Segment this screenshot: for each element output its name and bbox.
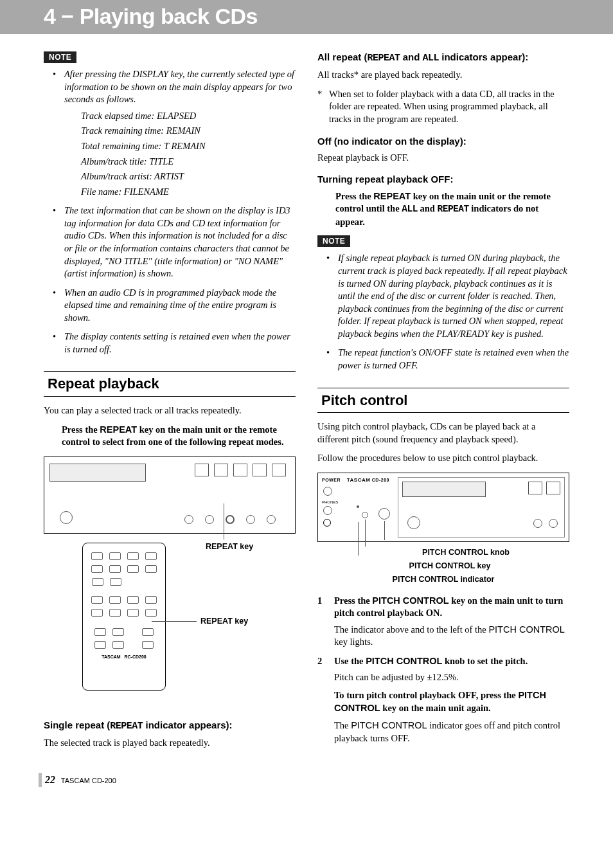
t: REPEAT (110, 721, 143, 732)
t: ALL (423, 53, 440, 64)
phones-jack (323, 519, 331, 527)
panel-button (233, 464, 247, 476)
mode-line: File name: FILENAME (81, 186, 296, 199)
callout-line (384, 521, 385, 540)
panel-knob (246, 515, 255, 524)
note-item: After pressing the DISPLAY key, the curr… (55, 68, 296, 198)
callout-line (152, 621, 197, 622)
mode-line: Album/track artist: ARTIST (81, 170, 296, 183)
t: PITCH CONTROL (366, 656, 442, 666)
t: To turn pitch control playback OFF, pres… (334, 690, 518, 700)
note-item: The repeat function's ON/OFF state is re… (329, 347, 569, 372)
left-column: NOTE After pressing the DISPLAY key, the… (44, 51, 296, 756)
all-repeat-text: All tracks* are played back repeatedly. (317, 69, 569, 82)
t: and (400, 51, 423, 62)
t: REPEAT (368, 53, 400, 64)
repeat-key-callout-remote: REPEAT key (200, 616, 248, 627)
heading-repeat-playback: Repeat playback (44, 371, 296, 397)
repeat-press: Press the REPEAT key on the main unit or… (62, 424, 296, 449)
t: The indicator above and to the left of t… (334, 624, 488, 635)
mode-line: Total remaining time: T REMAIN (81, 140, 296, 153)
panel-knob (184, 515, 193, 524)
mode-line: Track remaining time: REMAIN (81, 125, 296, 138)
pitch-indicator (357, 505, 359, 508)
callout-knob: PITCH CONTROL knob (317, 546, 569, 559)
panel-button (253, 464, 267, 476)
t: Press the (62, 424, 100, 435)
note-item: The display contents setting is retained… (55, 330, 296, 356)
panel-knob (533, 519, 542, 528)
t: REPEAT (373, 191, 411, 201)
t: ALL (402, 204, 418, 214)
pitch-panel-left: POWER TASCAM CD-200 PHONES (322, 477, 399, 538)
footnote: When set to folder playback with a data … (317, 88, 569, 126)
t: Pitch can be adjusted by ±12.5%. (334, 671, 569, 684)
pitch-panel-right (398, 477, 565, 538)
phones-knob (323, 506, 332, 515)
single-repeat-heading: Single repeat (REPEAT indicator appears)… (44, 719, 296, 733)
t: indicator appears): (143, 719, 232, 730)
note-item: When an audio CD is in programmed playba… (55, 287, 296, 325)
t: and (418, 203, 438, 213)
callout-key: PITCH CONTROL key (317, 559, 569, 573)
step-1: Press the PITCH CONTROL key on the main … (317, 595, 569, 649)
t: Press the (335, 191, 373, 201)
panel-knob (549, 519, 558, 528)
t: REPEAT (100, 424, 137, 435)
pitch-steps: Press the PITCH CONTROL key on the main … (317, 595, 569, 745)
mode-line: Track elapsed time: ELAPSED (81, 110, 296, 123)
t: indicators appear): (439, 51, 528, 62)
callout-line (365, 520, 366, 547)
panel-button (528, 482, 542, 494)
panel-button (195, 464, 209, 476)
t: PITCH CONTROL (488, 624, 564, 635)
turning-off-text: Press the REPEAT key on the main unit or… (335, 190, 569, 229)
panel-knob (226, 515, 235, 524)
panel-phones (60, 511, 73, 524)
panel-button (214, 464, 228, 476)
front-panel-figure (44, 457, 296, 534)
panel-transport-row (195, 464, 286, 476)
t: key on the main unit again. (380, 703, 491, 713)
single-repeat-text: The selected track is played back repeat… (44, 737, 296, 750)
section-banner: 4 − Playing back CDs (0, 0, 613, 34)
repeat-intro: You can play a selected track or all tra… (44, 404, 296, 417)
note-label: NOTE (317, 235, 350, 247)
footer-accent (39, 773, 42, 787)
note-list-1: After pressing the DISPLAY key, the curr… (44, 68, 296, 356)
display-modes-list: Track elapsed time: ELAPSED Track remain… (72, 110, 296, 198)
panel-display (402, 482, 486, 497)
t: PITCH CONTROL (372, 595, 449, 606)
step-2: Use the PITCH CONTROL knob to set the pi… (317, 655, 569, 745)
callout-line (224, 503, 224, 539)
callout-line (358, 522, 359, 556)
panel-button (272, 464, 286, 476)
page-number: 22 (45, 774, 55, 785)
turning-off-heading: Turning repeat playback OFF: (317, 173, 569, 186)
t: The (334, 720, 351, 730)
note-list-2: If single repeat playback is turned ON d… (317, 252, 569, 372)
t: REPEAT (438, 204, 469, 214)
pitch-figure: POWER TASCAM CD-200 PHONES (317, 473, 569, 542)
t: All repeat ( (317, 51, 368, 62)
off-text: Repeat playback is OFF. (317, 152, 569, 165)
pitch-key (362, 512, 368, 518)
page-footer: 22 TASCAM CD-200 (0, 774, 613, 786)
t: key lights. (334, 637, 373, 647)
t: Single repeat ( (44, 719, 110, 730)
panel-button (546, 482, 560, 494)
off-heading: Off (no indicator on the display): (317, 135, 569, 148)
panel-knob (267, 515, 276, 524)
t: Press the (334, 595, 372, 606)
panel-knob (205, 515, 214, 524)
pitch-intro: Using pitch control playback, CDs can be… (317, 420, 569, 446)
power-knob (323, 487, 332, 496)
note-item: If single repeat playback is turned ON d… (329, 252, 569, 340)
mode-line: Album/track title: TITLE (81, 156, 296, 168)
note-label: NOTE (44, 51, 76, 63)
t: PITCH CONTROL (351, 720, 427, 730)
note-item: The text information that can be shown o… (55, 204, 296, 280)
panel-display (49, 464, 146, 482)
t: Use the (334, 656, 366, 666)
footer-model: TASCAM CD-200 (61, 777, 116, 784)
